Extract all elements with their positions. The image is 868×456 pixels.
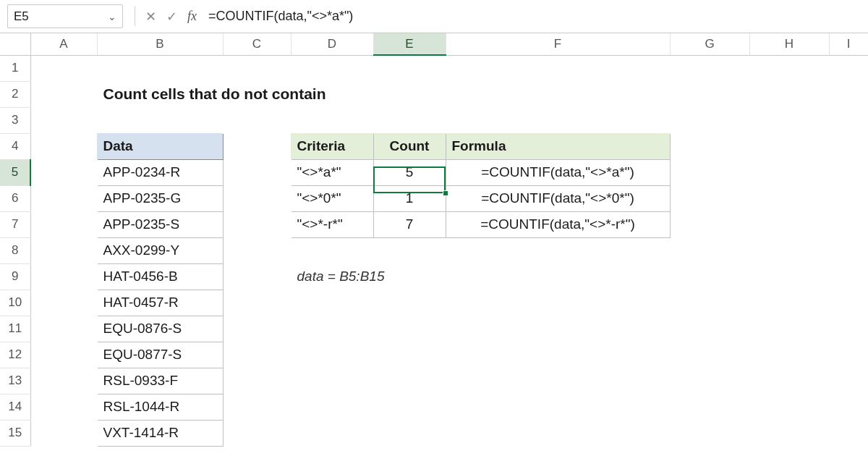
cell[interactable] [291,368,373,394]
cell[interactable] [446,107,670,133]
cell[interactable] [373,368,446,394]
cell[interactable] [829,81,868,107]
cell[interactable] [749,185,829,211]
cell[interactable] [373,394,446,420]
col-header-A[interactable]: A [30,33,97,55]
data-table-header[interactable]: Data [97,133,223,159]
cell[interactable] [749,368,829,394]
cell[interactable] [30,107,97,133]
count-cell-active[interactable]: 5 [373,159,446,185]
cell[interactable] [373,420,446,446]
cell[interactable] [30,55,97,81]
row-header-14[interactable]: 14 [0,394,30,420]
cell[interactable] [446,55,670,81]
cell[interactable] [223,185,291,211]
cell[interactable] [829,394,868,420]
row-header-11[interactable]: 11 [0,316,30,342]
cell[interactable] [223,133,291,159]
criteria-cell[interactable]: "<>*-r*" [291,211,373,237]
data-cell[interactable]: APP-0235-G [97,185,223,211]
cell[interactable] [670,368,749,394]
cell[interactable] [670,211,749,237]
cell[interactable] [223,159,291,185]
data-cell[interactable]: EQU-0876-S [97,316,223,342]
formula-cell[interactable]: =COUNTIF(data,"<>*-r*") [446,211,670,237]
cell[interactable] [30,368,97,394]
cell[interactable] [223,107,291,133]
cell[interactable] [446,237,670,263]
cell[interactable] [291,290,373,316]
cell[interactable] [291,316,373,342]
cell[interactable] [446,420,670,446]
cell[interactable] [30,342,97,368]
named-range-note[interactable]: data = B5:B15 [291,263,670,290]
col-header-H[interactable]: H [749,33,829,55]
cell[interactable] [30,420,97,446]
row-header-9[interactable]: 9 [0,263,30,290]
cell[interactable] [749,55,829,81]
cell[interactable] [30,185,97,211]
cell[interactable] [373,290,446,316]
count-header[interactable]: Count [373,133,446,159]
row-header-12[interactable]: 12 [0,342,30,368]
cell[interactable] [829,316,868,342]
cell[interactable] [670,290,749,316]
cell[interactable] [291,394,373,420]
cell[interactable] [223,290,291,316]
cell[interactable] [829,237,868,263]
cell[interactable] [30,237,97,263]
cell[interactable] [446,316,670,342]
cell[interactable] [829,185,868,211]
cell[interactable] [223,420,291,446]
col-header-F[interactable]: F [446,33,670,55]
cell[interactable] [223,263,291,290]
cell[interactable] [446,290,670,316]
formula-cell[interactable]: =COUNTIF(data,"<>*0*") [446,185,670,211]
cell[interactable] [749,107,829,133]
cell[interactable] [223,368,291,394]
cell[interactable] [30,290,97,316]
col-header-D[interactable]: D [291,33,373,55]
cell[interactable] [749,290,829,316]
cell[interactable] [291,342,373,368]
cell[interactable] [829,211,868,237]
select-all-corner[interactable] [0,33,30,55]
name-box[interactable]: E5 ⌄ [7,4,123,28]
cell[interactable] [749,420,829,446]
cell[interactable] [670,81,749,107]
cell[interactable] [373,237,446,263]
cell[interactable] [829,420,868,446]
criteria-cell[interactable]: "<>*0*" [291,185,373,211]
cell[interactable] [749,133,829,159]
row-header-7[interactable]: 7 [0,211,30,237]
cell[interactable] [30,316,97,342]
cell[interactable] [30,133,97,159]
cell[interactable] [97,55,223,81]
cell[interactable] [749,81,829,107]
data-cell[interactable]: AXX-0299-Y [97,237,223,263]
data-cell[interactable]: APP-0235-S [97,211,223,237]
cell[interactable] [223,211,291,237]
cell[interactable] [446,394,670,420]
cell[interactable] [829,342,868,368]
cell[interactable] [670,185,749,211]
cell[interactable] [749,159,829,185]
row-header-4[interactable]: 4 [0,133,30,159]
cell[interactable] [30,263,97,290]
spreadsheet-grid[interactable]: A B C D E F G H I 1 2 Count cells that d… [0,33,868,447]
chevron-down-icon[interactable]: ⌄ [108,11,116,22]
cell[interactable] [373,342,446,368]
row-header-3[interactable]: 3 [0,107,30,133]
criteria-header[interactable]: Criteria [291,133,373,159]
cell[interactable] [97,107,223,133]
cell[interactable] [223,237,291,263]
row-header-5[interactable]: 5 [0,159,30,185]
cell[interactable] [670,237,749,263]
cell[interactable] [30,394,97,420]
criteria-cell[interactable]: "<>*a*" [291,159,373,185]
data-cell[interactable]: VXT-1414-R [97,420,223,446]
row-header-8[interactable]: 8 [0,237,30,263]
cell[interactable] [670,316,749,342]
col-header-G[interactable]: G [670,33,749,55]
row-header-13[interactable]: 13 [0,368,30,394]
